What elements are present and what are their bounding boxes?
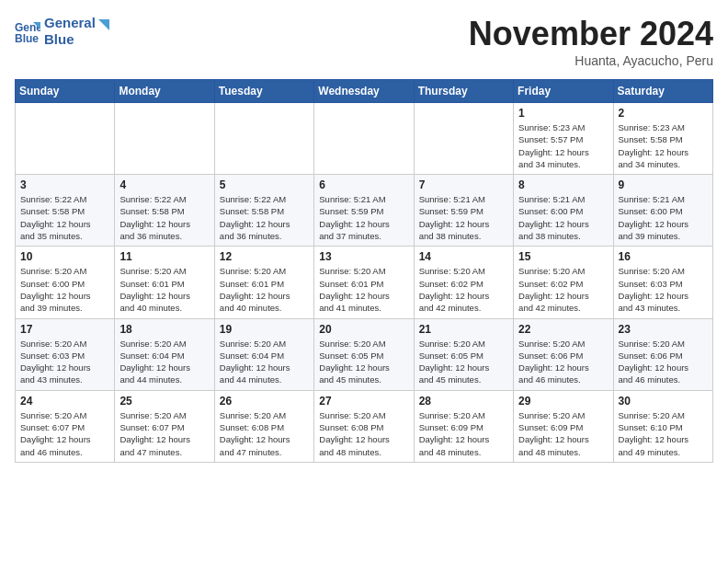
calendar-cell: 3Sunrise: 5:22 AM Sunset: 5:58 PM Daylig… [16,175,115,247]
calendar-cell: 30Sunrise: 5:20 AM Sunset: 6:10 PM Dayli… [613,390,712,462]
day-number: 9 [619,178,708,191]
day-number: 21 [419,323,508,336]
calendar-cell: 22Sunrise: 5:20 AM Sunset: 6:06 PM Dayli… [514,318,613,390]
day-info: Sunrise: 5:20 AM Sunset: 6:09 PM Dayligh… [518,409,608,458]
calendar-cell: 2Sunrise: 5:23 AM Sunset: 5:58 PM Daylig… [613,103,712,175]
day-number: 25 [119,395,209,408]
day-info: Sunrise: 5:20 AM Sunset: 6:02 PM Dayligh… [419,265,508,314]
calendar-cell: 23Sunrise: 5:20 AM Sunset: 6:06 PM Dayli… [613,318,712,390]
day-info: Sunrise: 5:21 AM Sunset: 5:59 PM Dayligh… [319,193,408,242]
calendar-week-row: 3Sunrise: 5:22 AM Sunset: 5:58 PM Daylig… [16,175,713,247]
page-header: General Blue General Blue November 2024 … [15,15,713,68]
calendar-cell [314,103,414,175]
col-header-monday: Monday [115,80,214,103]
day-number: 29 [518,395,608,408]
calendar-cell: 18Sunrise: 5:20 AM Sunset: 6:04 PM Dayli… [115,318,214,390]
calendar-cell: 9Sunrise: 5:21 AM Sunset: 6:00 PM Daylig… [613,175,712,247]
col-header-saturday: Saturday [613,80,712,103]
calendar-cell: 21Sunrise: 5:20 AM Sunset: 6:05 PM Dayli… [414,318,513,390]
col-header-thursday: Thursday [414,80,513,103]
day-number: 13 [319,250,408,263]
calendar-week-row: 17Sunrise: 5:20 AM Sunset: 6:03 PM Dayli… [16,318,713,390]
svg-text:Blue: Blue [15,32,39,44]
day-info: Sunrise: 5:20 AM Sunset: 6:02 PM Dayligh… [518,265,608,314]
day-info: Sunrise: 5:20 AM Sunset: 6:01 PM Dayligh… [319,265,408,314]
day-number: 19 [220,323,309,336]
calendar-cell: 15Sunrise: 5:20 AM Sunset: 6:02 PM Dayli… [514,247,613,318]
logo-triangle-icon [97,17,109,30]
calendar-week-row: 1Sunrise: 5:23 AM Sunset: 5:57 PM Daylig… [16,103,713,175]
month-year-title: November 2024 [469,15,713,53]
day-info: Sunrise: 5:20 AM Sunset: 6:10 PM Dayligh… [619,409,708,458]
day-info: Sunrise: 5:21 AM Sunset: 6:00 PM Dayligh… [518,193,608,242]
day-number: 8 [518,178,608,191]
day-number: 30 [619,395,708,408]
day-number: 22 [518,323,608,336]
day-number: 4 [119,178,209,191]
col-header-sunday: Sunday [16,80,115,103]
calendar-week-row: 24Sunrise: 5:20 AM Sunset: 6:07 PM Dayli… [16,390,713,462]
day-info: Sunrise: 5:20 AM Sunset: 6:01 PM Dayligh… [119,265,209,314]
day-info: Sunrise: 5:22 AM Sunset: 5:58 PM Dayligh… [119,193,209,242]
calendar-cell: 14Sunrise: 5:20 AM Sunset: 6:02 PM Dayli… [414,247,513,318]
day-info: Sunrise: 5:21 AM Sunset: 6:00 PM Dayligh… [619,193,708,242]
calendar-cell: 27Sunrise: 5:20 AM Sunset: 6:08 PM Dayli… [314,390,414,462]
day-number: 1 [518,107,608,120]
day-number: 14 [419,250,508,263]
day-number: 10 [20,250,109,263]
day-number: 23 [619,323,708,336]
day-info: Sunrise: 5:20 AM Sunset: 6:05 PM Dayligh… [419,338,508,386]
svg-marker-3 [98,19,109,30]
calendar-cell: 4Sunrise: 5:22 AM Sunset: 5:58 PM Daylig… [115,175,214,247]
calendar-cell: 8Sunrise: 5:21 AM Sunset: 6:00 PM Daylig… [514,175,613,247]
day-info: Sunrise: 5:20 AM Sunset: 6:04 PM Dayligh… [119,338,209,386]
col-header-wednesday: Wednesday [314,80,414,103]
calendar-cell: 5Sunrise: 5:22 AM Sunset: 5:58 PM Daylig… [214,175,313,247]
calendar-cell: 7Sunrise: 5:21 AM Sunset: 5:59 PM Daylig… [414,175,513,247]
calendar-cell [414,103,513,175]
calendar-cell: 19Sunrise: 5:20 AM Sunset: 6:04 PM Dayli… [214,318,313,390]
day-info: Sunrise: 5:20 AM Sunset: 6:06 PM Dayligh… [518,338,608,386]
day-number: 24 [20,395,109,408]
calendar-cell: 17Sunrise: 5:20 AM Sunset: 6:03 PM Dayli… [16,318,115,390]
day-number: 6 [319,178,408,191]
day-info: Sunrise: 5:20 AM Sunset: 6:08 PM Dayligh… [220,409,309,458]
day-number: 18 [119,323,209,336]
day-number: 26 [220,395,309,408]
day-info: Sunrise: 5:20 AM Sunset: 6:07 PM Dayligh… [20,409,109,458]
day-number: 15 [518,250,608,263]
calendar-cell: 10Sunrise: 5:20 AM Sunset: 6:00 PM Dayli… [16,247,115,318]
day-number: 5 [220,178,309,191]
day-number: 12 [220,250,309,263]
calendar-cell: 20Sunrise: 5:20 AM Sunset: 6:05 PM Dayli… [314,318,414,390]
col-header-tuesday: Tuesday [214,80,313,103]
day-info: Sunrise: 5:20 AM Sunset: 6:07 PM Dayligh… [119,409,209,458]
day-number: 16 [619,250,708,263]
day-info: Sunrise: 5:23 AM Sunset: 5:58 PM Dayligh… [619,121,708,170]
location-subtitle: Huanta, Ayacucho, Peru [469,53,713,68]
day-number: 27 [319,395,408,408]
col-header-friday: Friday [514,80,613,103]
day-number: 7 [419,178,508,191]
day-number: 2 [619,107,708,120]
day-info: Sunrise: 5:20 AM Sunset: 6:09 PM Dayligh… [419,409,508,458]
calendar-cell: 1Sunrise: 5:23 AM Sunset: 5:57 PM Daylig… [514,103,613,175]
day-number: 17 [20,323,109,336]
calendar-cell: 6Sunrise: 5:21 AM Sunset: 5:59 PM Daylig… [314,175,414,247]
calendar-cell: 12Sunrise: 5:20 AM Sunset: 6:01 PM Dayli… [214,247,313,318]
logo: General Blue General Blue [15,15,109,48]
calendar-cell: 11Sunrise: 5:20 AM Sunset: 6:01 PM Dayli… [115,247,214,318]
day-info: Sunrise: 5:20 AM Sunset: 6:04 PM Dayligh… [220,338,309,386]
day-info: Sunrise: 5:20 AM Sunset: 6:00 PM Dayligh… [20,265,109,314]
day-number: 3 [20,178,109,191]
day-info: Sunrise: 5:22 AM Sunset: 5:58 PM Dayligh… [20,193,109,242]
day-info: Sunrise: 5:20 AM Sunset: 6:01 PM Dayligh… [220,265,309,314]
calendar-cell [115,103,214,175]
logo-line2: Blue [44,31,109,48]
title-block: November 2024 Huanta, Ayacucho, Peru [469,15,713,68]
day-number: 20 [319,323,408,336]
calendar-cell: 25Sunrise: 5:20 AM Sunset: 6:07 PM Dayli… [115,390,214,462]
calendar-cell: 28Sunrise: 5:20 AM Sunset: 6:09 PM Dayli… [414,390,513,462]
calendar-cell: 29Sunrise: 5:20 AM Sunset: 6:09 PM Dayli… [514,390,613,462]
calendar-cell: 24Sunrise: 5:20 AM Sunset: 6:07 PM Dayli… [16,390,115,462]
